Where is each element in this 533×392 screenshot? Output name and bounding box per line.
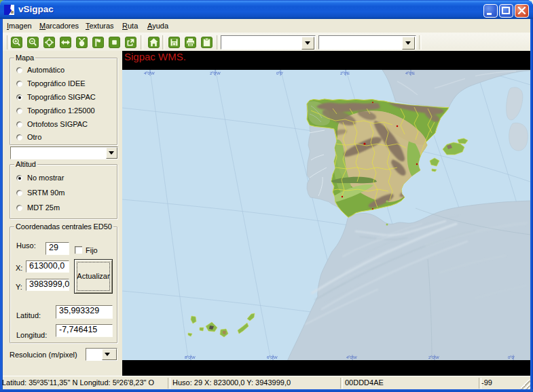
svg-text:2º0'W: 2º0'W: [428, 355, 439, 359]
svg-text:6º0'W: 6º0'W: [267, 355, 278, 359]
svg-text:4º0'W: 4º0'W: [346, 355, 357, 359]
svg-text:0º0': 0º0': [276, 71, 283, 75]
svg-text:2º0'E: 2º0'E: [340, 71, 350, 75]
svg-text:4º0'E: 4º0'E: [405, 71, 415, 75]
svg-text:4º0'W: 4º0'W: [144, 71, 155, 75]
svg-text:8º0'W: 8º0'W: [185, 355, 196, 359]
svg-text:0º0': 0º0': [508, 355, 515, 359]
